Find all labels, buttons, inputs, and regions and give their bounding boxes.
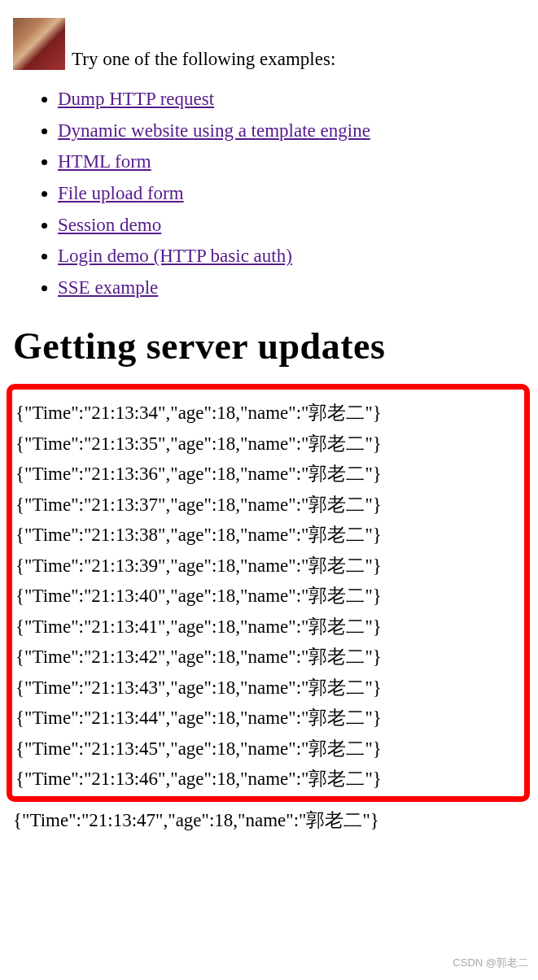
example-link[interactable]: SSE example [58,277,158,298]
example-link[interactable]: Dump HTTP request [58,89,214,109]
example-link[interactable]: Session demo [58,215,161,235]
example-link[interactable]: HTML form [58,151,151,172]
list-item: Dump HTTP request [58,85,525,114]
update-line: {"Time":"21:13:38","age":18,"name":"郭老二"… [12,520,523,550]
update-line: {"Time":"21:13:43","age":18,"name":"郭老二"… [12,673,523,703]
examples-list: Dump HTTP request Dynamic website using … [13,85,525,302]
example-link[interactable]: Dynamic website using a template engine [58,120,370,141]
list-item: Session demo [58,211,525,240]
update-line: {"Time":"21:13:39","age":18,"name":"郭老二"… [12,551,523,581]
example-link[interactable]: Login demo (HTTP basic auth) [58,246,292,266]
update-line: {"Time":"21:13:41","age":18,"name":"郭老二"… [12,612,523,642]
update-line: {"Time":"21:13:37","age":18,"name":"郭老二"… [12,490,523,520]
list-item: Dynamic website using a template engine [58,116,525,146]
list-item: File upload form [58,179,525,208]
list-item: Login demo (HTTP basic auth) [58,242,525,271]
list-item: SSE example [58,273,525,303]
update-line: {"Time":"21:13:42","age":18,"name":"郭老二"… [12,642,523,672]
list-item: HTML form [58,147,525,176]
intro-text: Try one of the following examples: [72,49,335,70]
update-line: {"Time":"21:13:40","age":18,"name":"郭老二"… [12,581,523,611]
header-row: Try one of the following examples: [13,18,525,70]
highlight-box: {"Time":"21:13:34","age":18,"name":"郭老二"… [7,384,530,801]
section-heading: Getting server updates [13,324,525,368]
update-line: {"Time":"21:13:45","age":18,"name":"郭老二"… [12,734,523,764]
update-line: {"Time":"21:13:44","age":18,"name":"郭老二"… [12,703,523,733]
example-link[interactable]: File upload form [58,183,184,203]
avatar [13,18,65,70]
update-line: {"Time":"21:13:36","age":18,"name":"郭老二"… [12,459,523,489]
update-line: {"Time":"21:13:34","age":18,"name":"郭老二"… [12,398,523,428]
update-line: {"Time":"21:13:46","age":18,"name":"郭老二"… [12,764,523,794]
update-line: {"Time":"21:13:35","age":18,"name":"郭老二"… [12,429,523,459]
update-line: {"Time":"21:13:47","age":18,"name":"郭老二"… [13,805,525,835]
